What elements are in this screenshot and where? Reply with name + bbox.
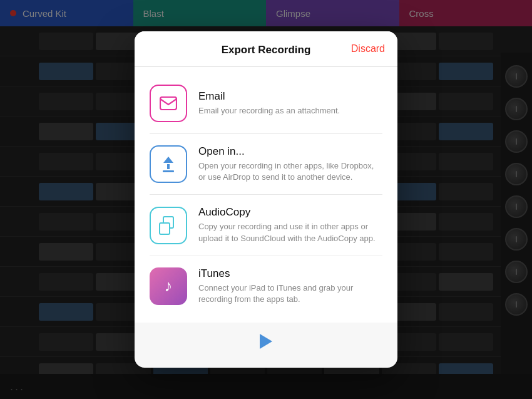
itunes-icon: ♪	[150, 267, 187, 305]
email-text: Email Email your recording as an attachm…	[198, 90, 340, 117]
audiocopy-icon	[150, 207, 187, 244]
export-item-itunes[interactable]: ♪ iTunes Connect your iPad to iTunes and…	[150, 256, 382, 316]
export-item-open-in[interactable]: Open in... Open your recording in other …	[150, 134, 382, 195]
email-label: Email	[198, 90, 340, 103]
open-in-label: Open in...	[198, 145, 382, 158]
modal-header: Export Recording Discard	[135, 31, 397, 67]
open-in-description: Open your recording in other apps, like …	[198, 160, 382, 183]
export-modal: Export Recording Discard Email Email you…	[135, 31, 397, 368]
modal-overlay: Export Recording Discard Email Email you…	[0, 0, 532, 399]
itunes-label: iTunes	[198, 267, 382, 280]
audiocopy-description: Copy your recording and use it in other …	[198, 221, 382, 244]
export-item-email[interactable]: Email Email your recording as an attachm…	[150, 73, 382, 134]
email-description: Email your recording as an attachment.	[198, 105, 340, 117]
itunes-text: iTunes Connect your iPad to iTunes and g…	[198, 267, 382, 305]
play-button[interactable]	[260, 334, 272, 349]
itunes-description: Connect your iPad to iTunes and grab you…	[198, 282, 382, 305]
export-item-audiocopy[interactable]: AudioCopy Copy your recording and use it…	[150, 195, 382, 256]
modal-body: Email Email your recording as an attachm…	[135, 67, 397, 323]
audiocopy-text: AudioCopy Copy your recording and use it…	[198, 206, 382, 244]
audiocopy-label: AudioCopy	[198, 206, 382, 219]
modal-title: Export Recording	[222, 44, 311, 56]
discard-button[interactable]: Discard	[351, 43, 385, 54]
open-in-text: Open in... Open your recording in other …	[198, 145, 382, 183]
svg-rect-0	[160, 97, 176, 110]
open-in-icon	[150, 145, 187, 183]
email-icon	[150, 85, 187, 122]
modal-footer	[135, 323, 397, 349]
